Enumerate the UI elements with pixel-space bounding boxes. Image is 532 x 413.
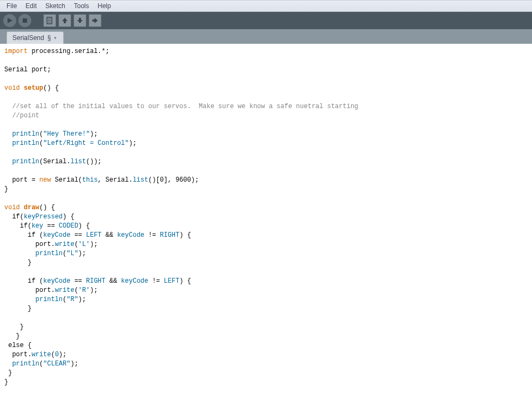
run-button[interactable] <box>3 14 16 27</box>
open-button[interactable] <box>58 14 71 27</box>
down-arrow-icon <box>76 17 84 24</box>
tab-label: SerialSend <box>12 34 44 42</box>
right-arrow-icon <box>91 17 99 24</box>
stop-button[interactable] <box>18 14 31 27</box>
play-icon <box>6 17 13 24</box>
svg-marker-0 <box>8 18 12 23</box>
svg-marker-6 <box>62 18 68 23</box>
chevron-down-icon[interactable]: ▾ <box>54 35 57 41</box>
export-button[interactable] <box>89 14 102 27</box>
stop-icon <box>22 17 28 24</box>
svg-marker-7 <box>77 18 83 23</box>
tab-dirty-marker: § <box>48 34 51 42</box>
menu-sketch[interactable]: Sketch <box>41 1 70 11</box>
toolbar <box>0 12 532 29</box>
new-icon <box>46 17 53 24</box>
menu-tools[interactable]: Tools <box>70 1 93 11</box>
menubar: File Edit Sketch Tools Help <box>0 0 532 12</box>
tab-serialsend[interactable]: SerialSend § ▾ <box>6 31 64 44</box>
svg-marker-8 <box>92 18 98 23</box>
code-editor[interactable]: import processing.serial.*; Serial port;… <box>0 44 532 413</box>
tabstrip: SerialSend § ▾ <box>0 29 532 44</box>
svg-rect-1 <box>23 18 27 23</box>
new-button[interactable] <box>43 14 56 27</box>
menu-edit[interactable]: Edit <box>21 1 41 11</box>
save-button[interactable] <box>73 14 86 27</box>
up-arrow-icon <box>61 17 69 24</box>
menu-file[interactable]: File <box>2 1 21 11</box>
menu-help[interactable]: Help <box>93 1 116 11</box>
